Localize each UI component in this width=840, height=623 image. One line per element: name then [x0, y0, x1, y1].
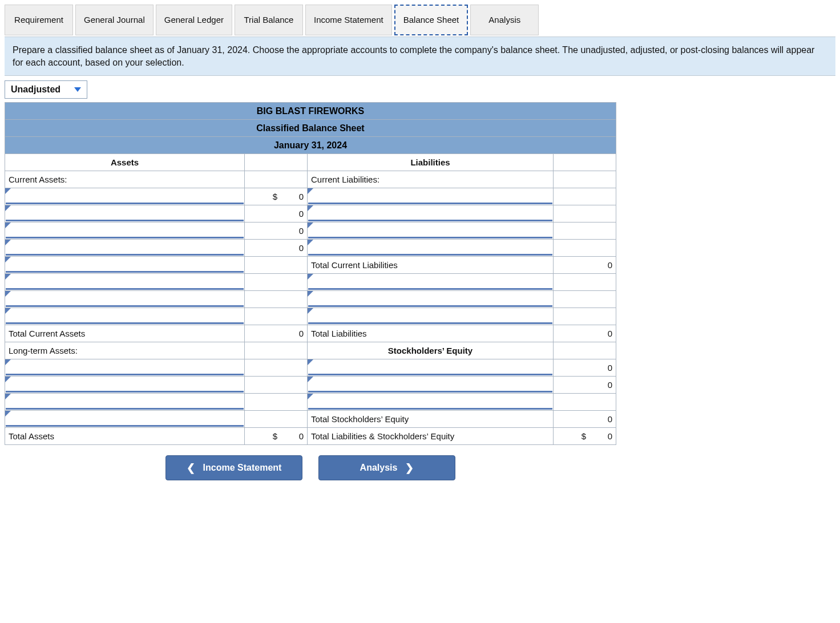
asset-account-select-1[interactable] [5, 188, 245, 205]
tab-trial-balance[interactable]: Trial Balance [235, 5, 303, 35]
asset-account-select-6[interactable] [5, 274, 245, 291]
chevron-left-icon: ❮ [187, 462, 195, 474]
tab-analysis[interactable]: Analysis [470, 5, 539, 35]
liability-account-select-3[interactable] [308, 222, 554, 240]
prev-tab-button[interactable]: ❮ Income Statement [165, 455, 302, 480]
equity-account-select-2[interactable] [308, 377, 554, 394]
asset-account-select-8[interactable] [5, 308, 245, 325]
total-liabilities-label: Total Liabilities [308, 325, 554, 342]
stockholders-equity-heading: Stockholders’ Equity [308, 342, 554, 359]
long-term-assets-label: Long-term Assets: [5, 342, 245, 359]
liability-account-select-2[interactable] [308, 205, 554, 222]
company-name: BIG BLAST FIREWORKS [5, 103, 616, 120]
lt-asset-account-select-1[interactable] [5, 359, 245, 377]
total-current-assets-label: Total Current Assets [5, 325, 245, 342]
balance-type-dropdown[interactable]: Unadjusted [5, 80, 87, 99]
lt-asset-account-select-3[interactable] [5, 394, 245, 411]
dropdown-selected-label: Unadjusted [11, 84, 60, 95]
asset-account-select-3[interactable] [5, 222, 245, 240]
tab-requirement[interactable]: Requirement [5, 5, 73, 35]
equity-account-select-3[interactable] [308, 394, 554, 411]
tab-general-journal[interactable]: General Journal [75, 5, 154, 35]
tab-general-ledger[interactable]: General Ledger [156, 5, 232, 35]
liabilities-heading: Liabilities [308, 154, 554, 171]
nav-footer: ❮ Income Statement Analysis ❯ [5, 455, 616, 480]
tab-income-statement[interactable]: Income Statement [305, 5, 392, 35]
asset-account-select-5[interactable] [5, 257, 245, 274]
liability-account-select-6[interactable] [308, 291, 554, 308]
current-assets-label: Current Assets: [5, 171, 245, 188]
chevron-right-icon: ❯ [405, 462, 414, 474]
instructions-panel: Prepare a classified balance sheet as of… [5, 37, 835, 76]
statement-date: January 31, 2024 [5, 137, 616, 154]
lt-asset-account-select-2[interactable] [5, 377, 245, 394]
liability-account-select-4[interactable] [308, 240, 554, 257]
asset-account-select-7[interactable] [5, 291, 245, 308]
next-tab-button[interactable]: Analysis ❯ [318, 455, 455, 480]
total-liabilities-equity-label: Total Liabilities & Stockholders’ Equity [308, 428, 554, 445]
current-liabilities-label: Current Liabilities: [308, 171, 554, 188]
tab-balance-sheet[interactable]: Balance Sheet [394, 5, 469, 35]
tab-bar: Requirement General Journal General Ledg… [5, 5, 835, 37]
total-stockholders-equity-label: Total Stockholders’ Equity [308, 411, 554, 428]
asset-account-select-2[interactable] [5, 205, 245, 222]
asset-account-select-4[interactable] [5, 240, 245, 257]
chevron-down-icon [74, 87, 81, 92]
total-current-liabilities-label: Total Current Liabilities [308, 257, 554, 274]
lt-asset-account-select-4[interactable] [5, 411, 245, 428]
liability-account-select-7[interactable] [308, 308, 554, 325]
next-tab-label: Analysis [360, 463, 398, 473]
assets-heading: Assets [5, 154, 245, 171]
prev-tab-label: Income Statement [203, 463, 282, 473]
equity-account-select-1[interactable] [308, 359, 554, 377]
statement-title: Classified Balance Sheet [5, 120, 616, 137]
balance-sheet-table: BIG BLAST FIREWORKS Classified Balance S… [5, 102, 616, 445]
total-assets-label: Total Assets [5, 428, 245, 445]
liability-account-select-5[interactable] [308, 274, 554, 291]
liability-account-select-1[interactable] [308, 188, 554, 205]
